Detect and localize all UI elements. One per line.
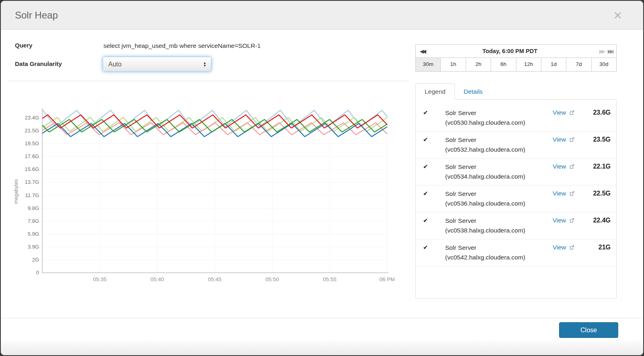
svg-text:7.8G: 7.8G [28,218,39,224]
series-latest-value: 21G [585,243,611,263]
legend-row: ✔ Solr Server (vc0542.halxg.cloudera.com… [416,239,616,266]
view-link-text: View [553,136,568,143]
svg-text:05:40: 05:40 [151,276,164,282]
series-latest-value: 22.5G [585,189,611,209]
svg-text:23.4G: 23.4G [25,115,39,121]
svg-text:13.7G: 13.7G [25,179,39,185]
section-divider [8,81,409,81]
time-range-label: Today, 6:00 PM PDT [425,48,595,54]
series-text: Solr Server (vc0536.halxg.cloudera.com) [445,189,553,209]
timerange-buttons: 30m1h2h6h12h1d7d30d [416,58,616,71]
series-check-icon[interactable]: ✔ [423,216,434,236]
series-swatch-col [434,189,445,209]
series-host: (vc0536.halxg.cloudera.com) [445,200,525,207]
timerange-button-30m[interactable]: 30m [416,58,440,71]
series-check-icon[interactable]: ✔ [423,189,434,209]
timerange-button-1h[interactable]: 1h [440,58,465,71]
close-button[interactable]: Close [559,322,618,338]
view-link[interactable]: View [553,190,574,197]
series-text: Solr Server (vc0530.halxg.cloudera.com) [445,108,553,128]
series-host: (vc0538.halxg.cloudera.com) [445,227,525,234]
timerange-button-12h[interactable]: 12h [516,58,541,71]
series-view: View [553,135,585,155]
series-check-icon[interactable]: ✔ [423,135,434,155]
granularity-select[interactable]: Auto ▲ ▼ [103,57,211,72]
svg-text:megabytes: megabytes [13,179,19,204]
external-link-icon [570,218,574,223]
series-check-icon[interactable]: ✔ [423,108,434,128]
timerange-button-2h[interactable]: 2h [466,58,491,71]
view-link-text: View [553,163,568,170]
series-check-icon[interactable]: ✔ [423,162,434,182]
series-latest-value: 22.1G [585,162,611,182]
series-latest-value: 23.5G [585,135,611,155]
query-label: Query [15,42,32,49]
legend-row: ✔ Solr Server (vc0530.halxg.cloudera.com… [416,105,616,132]
legend-row: ✔ Solr Server (vc0534.halxg.cloudera.com… [416,158,616,185]
view-link[interactable]: View [553,163,574,170]
granularity-label: Data Granularity [15,60,62,67]
timerange-button-1d[interactable]: 1d [541,58,566,71]
tab-details[interactable]: Details [455,84,491,99]
close-icon[interactable]: ✕ [613,10,622,21]
legend-panel: ✔ Solr Server (vc0530.halxg.cloudera.com… [415,100,617,298]
legend-details-tabs: Legend Details [415,83,617,100]
time-range-selector: ◀◀ Today, 6:00 PM PDT ▶▶ ▶▶| 30m1h2h6h12… [415,44,617,72]
svg-text:05:45: 05:45 [208,276,222,282]
time-range-header: ◀◀ Today, 6:00 PM PDT ▶▶ ▶▶| [416,45,616,58]
svg-text:21.5G: 21.5G [25,128,39,134]
series-name: Solr Server [445,163,477,170]
series-view: View [553,243,585,263]
query-value: select jvm_heap_used_mb where serviceNam… [103,42,261,49]
granularity-selected-value: Auto [103,61,203,68]
series-latest-value: 22.4G [585,216,611,236]
svg-text:3.9G: 3.9G [28,244,39,250]
legend-list: ✔ Solr Server (vc0530.halxg.cloudera.com… [416,105,616,266]
series-host: (vc0534.halxg.cloudera.com) [445,173,525,180]
view-link[interactable]: View [553,109,574,116]
series-name: Solr Server [445,190,477,197]
series-view: View [553,108,585,128]
fast-forward-icon[interactable]: ▶▶ [599,48,604,54]
heap-usage-chart: 02G3.9G5.9G7.8G9.8G11.7G13.7G15.6G17.6G1… [12,104,394,286]
timerange-button-6h[interactable]: 6h [491,58,516,71]
external-link-icon [570,245,574,250]
svg-text:2G: 2G [32,257,39,263]
series-swatch-col [434,162,445,182]
legend-row: ✔ Solr Server (vc0532.halxg.cloudera.com… [416,132,616,158]
series-name: Solr Server [445,136,477,143]
series-host: (vc0542.halxg.cloudera.com) [445,254,525,261]
svg-text:9.8G: 9.8G [28,205,39,211]
tab-legend[interactable]: Legend [415,83,455,100]
legend-row: ✔ Solr Server (vc0538.halxg.cloudera.com… [416,212,616,239]
series-view: View [553,162,585,182]
timerange-button-30d[interactable]: 30d [591,58,616,71]
footer-divider [1,318,643,318]
svg-text:17.6G: 17.6G [25,153,39,159]
view-link[interactable]: View [553,136,574,143]
view-link-text: View [553,190,568,197]
series-text: Solr Server (vc0534.halxg.cloudera.com) [445,162,553,182]
view-link[interactable]: View [553,244,574,251]
legend-row: ✔ Solr Server (vc0536.halxg.cloudera.com… [416,185,616,212]
svg-text:05:55: 05:55 [323,276,336,282]
view-link-text: View [553,109,568,116]
series-name: Solr Server [445,217,477,224]
series-text: Solr Server (vc0542.halxg.cloudera.com) [445,243,553,263]
dialog-title: Solr Heap [15,1,58,30]
external-link-icon [570,191,574,196]
footer-gradient [1,338,643,355]
svg-text:0: 0 [36,270,39,276]
series-latest-value: 23.6G [585,108,611,128]
view-link[interactable]: View [553,217,574,224]
series-host: (vc0530.halxg.cloudera.com) [445,119,525,126]
timerange-button-7d[interactable]: 7d [566,58,591,71]
view-link-text: View [553,217,568,224]
series-check-icon[interactable]: ✔ [423,243,434,263]
svg-text:06 PM: 06 PM [379,276,394,282]
svg-text:15.6G: 15.6G [25,166,39,172]
select-stepper-icon: ▲ ▼ [203,62,206,67]
skip-to-now-icon[interactable]: ▶▶| [608,48,612,54]
rewind-icon[interactable]: ◀◀ [420,48,425,54]
series-host: (vc0532.halxg.cloudera.com) [445,146,525,153]
